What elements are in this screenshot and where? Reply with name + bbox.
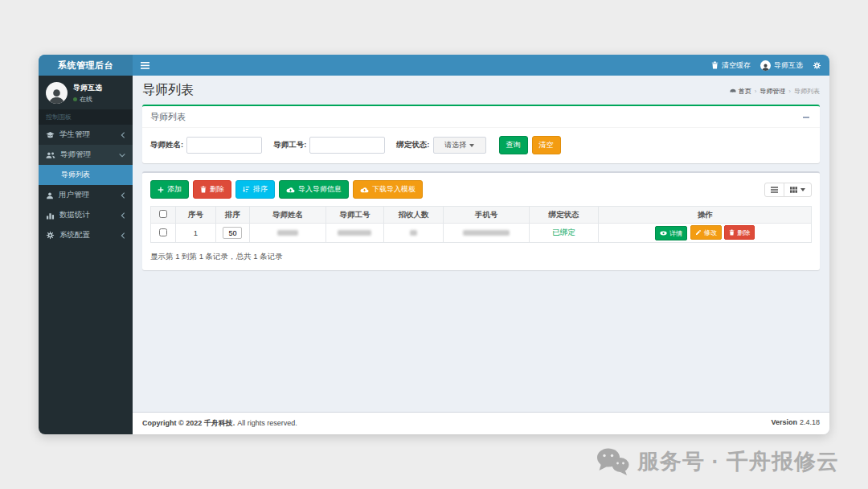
- search-button[interactable]: 查询: [499, 136, 528, 154]
- add-button[interactable]: 添加: [150, 180, 189, 199]
- page-title: 导师列表: [142, 82, 820, 99]
- list-icon: [771, 187, 778, 193]
- column-header-status: 绑定状态: [529, 207, 598, 224]
- actions-cell: 详情 修改: [599, 224, 812, 243]
- settings-button[interactable]: [813, 61, 821, 70]
- mentor-name-cell: [250, 224, 326, 243]
- chevron-left-icon: [121, 132, 125, 138]
- navbar-user-menu[interactable]: 导师互选: [760, 60, 803, 71]
- column-header-phone: 手机号: [444, 207, 530, 224]
- sidebar-item-users[interactable]: 用户管理: [39, 185, 133, 205]
- mentor-id-label: 导师工号:: [273, 140, 306, 150]
- filter-panel: 导师列表 导师姓名: 导师工号: 绑定状态: 请选择: [142, 105, 820, 163]
- sidebar-item-label: 学生管理: [59, 129, 90, 140]
- sidebar-item-statistics[interactable]: 数据统计: [39, 205, 133, 225]
- breadcrumb-separator: ›: [788, 88, 791, 95]
- sort-button[interactable]: 排序: [235, 180, 275, 199]
- sidebar-user-name: 导师互选: [73, 83, 102, 93]
- navbar-right: 清空缓存 导师互选: [711, 60, 829, 71]
- column-header-count: 招收人数: [384, 207, 444, 224]
- toggle-view-button[interactable]: [764, 183, 784, 197]
- watermark-text: 服务号 · 千舟报修云: [637, 447, 839, 476]
- redacted-value: [338, 230, 371, 236]
- clear-cache-label: 清空缓存: [722, 60, 751, 71]
- top-navbar: 系统管理后台 清空缓存: [39, 55, 829, 76]
- column-header-id: 导师工号: [326, 207, 383, 224]
- grid-icon: [790, 187, 797, 193]
- sidebar-item-label: 用户管理: [59, 190, 89, 200]
- clear-cache-button[interactable]: 清空缓存: [711, 60, 751, 71]
- sort-icon: [243, 186, 250, 193]
- user-avatar-icon: [760, 60, 771, 71]
- sidebar-subitem-mentor-list[interactable]: 导师列表: [39, 165, 133, 185]
- screen: 系统管理后台 清空缓存: [0, 0, 868, 489]
- table-panel-body: 添加 删除: [142, 173, 820, 270]
- sidebar-toggle-button[interactable]: [133, 55, 157, 76]
- detail-button[interactable]: 详情: [655, 226, 687, 240]
- panel-collapse-button[interactable]: [800, 113, 812, 122]
- table-header-row: 序号 排序 导师姓名 导师工号 招收人数 手机号 绑定状态 操作: [151, 207, 812, 224]
- breadcrumb-home[interactable]: 首页: [730, 87, 751, 96]
- plus-icon: [158, 187, 164, 193]
- download-template-button[interactable]: 下载导入模板: [353, 180, 423, 199]
- content-spacer: [133, 270, 829, 412]
- table-view-buttons: [764, 183, 812, 197]
- breadcrumb-mentor-mgmt[interactable]: 导师管理: [760, 87, 785, 96]
- phone-cell: [444, 224, 530, 243]
- table-toolbar: 添加 删除: [150, 180, 812, 199]
- edit-button[interactable]: 修改: [690, 225, 722, 240]
- users-icon: [46, 151, 55, 159]
- sidebar-user-meta: 导师互选 在线: [73, 83, 102, 104]
- redacted-value: [277, 230, 298, 236]
- columns-button[interactable]: [784, 183, 812, 197]
- breadcrumb-separator: ›: [755, 88, 757, 95]
- sidebar-avatar: [46, 82, 68, 104]
- sidebar-section-label: 控制面板: [39, 109, 133, 125]
- gears-icon: [46, 231, 55, 240]
- sort-order-input[interactable]: [223, 227, 242, 239]
- bar-chart-icon: [46, 212, 55, 220]
- table-panel: 添加 删除: [142, 171, 820, 270]
- reset-button[interactable]: 清空: [532, 136, 561, 154]
- sidebar-item-mentors[interactable]: 导师管理: [39, 145, 133, 165]
- mentor-id-input[interactable]: [309, 137, 385, 154]
- pencil-icon: [695, 229, 702, 236]
- watermark: 服务号 · 千舟报修云: [596, 447, 839, 476]
- copyright-text: Copyright © 2022 千舟科技.All rights reserve…: [142, 418, 297, 429]
- binding-status-label: 绑定状态:: [396, 140, 429, 150]
- cloud-upload-icon: [286, 187, 295, 193]
- column-header-seq: 序号: [176, 207, 215, 224]
- sidebar-item-students[interactable]: 学生管理: [39, 125, 133, 145]
- mentor-name-label: 导师姓名:: [150, 140, 183, 150]
- hamburger-icon: [141, 62, 149, 69]
- select-all-checkbox[interactable]: [159, 210, 167, 218]
- redacted-value: [463, 230, 510, 236]
- sidebar-user-status: 在线: [73, 95, 102, 104]
- chevron-left-icon: [121, 212, 125, 219]
- version-text: Version2.4.18: [771, 418, 820, 429]
- row-checkbox-cell: [151, 224, 176, 243]
- breadcrumb: 首页 › 导师管理 › 导师列表: [730, 87, 820, 96]
- sort-cell: [215, 224, 250, 243]
- binding-status-select[interactable]: 请选择: [433, 137, 486, 154]
- trash-icon: [711, 61, 719, 69]
- filter-panel-header: 导师列表: [142, 106, 820, 128]
- row-checkbox[interactable]: [159, 228, 167, 236]
- filter-form: 导师姓名: 导师工号: 绑定状态: 请选择 查询 清空: [142, 128, 820, 163]
- sidebar-item-config[interactable]: 系统配置: [39, 225, 133, 245]
- column-header-sort: 排序: [215, 207, 250, 224]
- import-mentors-button[interactable]: 导入导师信息: [279, 180, 349, 199]
- redacted-value: [410, 230, 417, 236]
- cloud-download-icon: [360, 187, 369, 193]
- online-status-dot: [73, 97, 77, 101]
- app-logo[interactable]: 系统管理后台: [39, 55, 133, 76]
- online-status-label: 在线: [80, 95, 92, 104]
- caret-down-icon: [469, 144, 474, 147]
- graduation-cap-icon: [46, 131, 55, 139]
- mentor-name-input[interactable]: [186, 137, 262, 154]
- sidebar-item-label: 数据统计: [59, 210, 90, 220]
- eye-icon: [660, 231, 667, 236]
- delete-button[interactable]: 删除: [193, 180, 231, 199]
- row-delete-button[interactable]: 删除: [724, 225, 755, 240]
- seq-cell: 1: [176, 224, 215, 243]
